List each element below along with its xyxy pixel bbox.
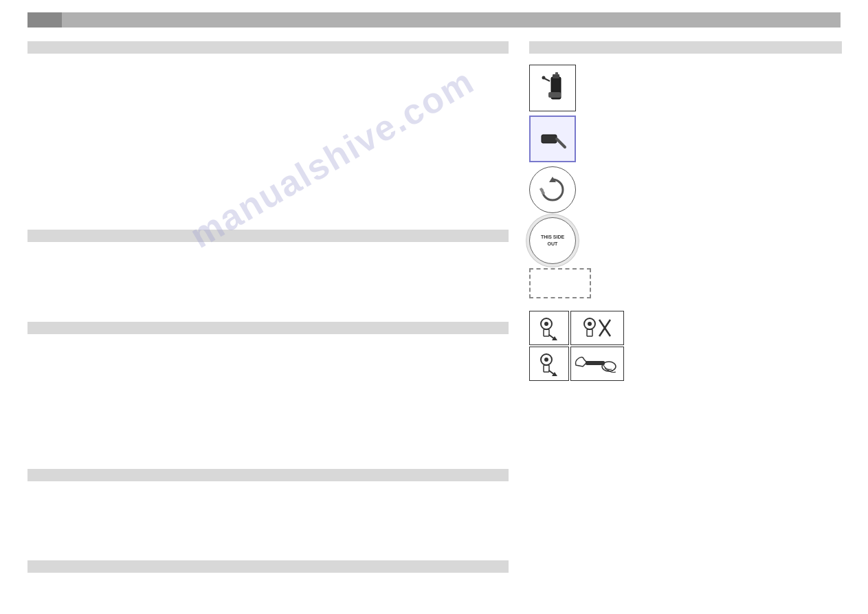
svg-rect-23: [586, 361, 605, 365]
content-area-4: [27, 490, 509, 531]
left-section-1: [27, 41, 509, 220]
svg-rect-16: [587, 329, 592, 336]
svg-rect-12: [544, 329, 549, 336]
svg-line-3: [544, 78, 550, 81]
svg-rect-5: [548, 92, 561, 98]
this-side-out-box: THIS SIDEOUT: [529, 217, 576, 264]
instruction-grid: [529, 311, 842, 381]
mallet-icon: [537, 124, 568, 154]
dashed-box-item: [529, 268, 842, 298]
svg-point-4: [542, 76, 546, 80]
dashed-box: [529, 268, 591, 298]
svg-point-11: [544, 322, 548, 326]
rotate-box: [529, 166, 576, 213]
instruction-top-right: [570, 311, 624, 345]
section-bar-4: [27, 469, 509, 481]
right-column: THIS SIDEOUT: [529, 41, 842, 381]
mallet-box: [529, 116, 576, 162]
instruction-top-left: [529, 311, 569, 345]
content-area-2: [27, 250, 509, 312]
rotate-icon: [535, 173, 570, 207]
svg-rect-2: [555, 72, 558, 75]
mallet-item: [529, 116, 842, 162]
header-bar: [27, 12, 841, 28]
bottom-bar-left: [27, 560, 509, 573]
left-section-2: [27, 230, 509, 312]
spray-can-item: [529, 65, 842, 111]
svg-line-7: [557, 139, 565, 147]
instruction-bottom-left: [529, 347, 569, 381]
section-bar-2: [27, 230, 509, 242]
content-area-3: [27, 342, 509, 459]
svg-rect-9: [539, 188, 545, 195]
spray-can-box: [529, 65, 576, 111]
svg-rect-6: [542, 135, 557, 143]
svg-point-15: [588, 322, 592, 326]
cross-icon: [580, 316, 614, 340]
spray-can-icon: [539, 72, 566, 105]
svg-point-20: [544, 358, 548, 362]
left-column: [27, 41, 509, 540]
wrench-hand-icon: [573, 351, 621, 376]
left-section-4: [27, 469, 509, 531]
connector-icon: [535, 316, 563, 340]
instruction-bottom-right: [570, 347, 624, 381]
content-area-1: [27, 62, 509, 220]
svg-rect-21: [544, 365, 549, 372]
left-section-3: [27, 322, 509, 459]
this-side-out-text: THIS SIDEOUT: [541, 234, 564, 248]
rotate-item: [529, 166, 842, 213]
header-bar-accent: [27, 12, 62, 28]
section-bar-3: [27, 322, 509, 334]
right-section-bar: [529, 41, 842, 54]
section-bar-1: [27, 41, 509, 54]
connector-icon-2: [535, 351, 563, 376]
this-side-out-item: THIS SIDEOUT: [529, 217, 842, 264]
